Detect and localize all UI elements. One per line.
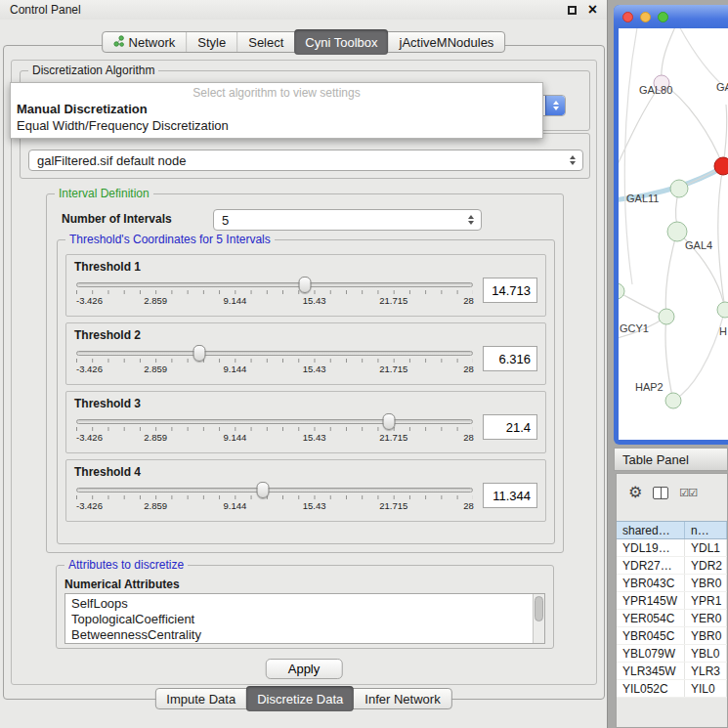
slider-thumb[interactable] [193, 345, 206, 362]
node-label: GAL80 [639, 84, 672, 96]
tab-discretize-data[interactable]: Discretize Data [246, 686, 354, 711]
table-row[interactable]: YER054CYER0 [617, 610, 727, 627]
network-node[interactable] [717, 302, 728, 318]
combo-arrows-icon[interactable] [461, 215, 481, 225]
slider-thumb[interactable] [383, 413, 396, 430]
table-row[interactable]: YLR345WYLR3 [617, 663, 727, 680]
threshold-value-input[interactable] [483, 346, 537, 371]
attributes-scrollbar[interactable] [533, 594, 544, 643]
slider-ticks-icon [76, 495, 473, 499]
table-cell: YER0 [685, 610, 727, 626]
network-edge [673, 310, 725, 401]
attribute-item[interactable]: TopologicalCoefficient [71, 612, 529, 627]
threshold-slider[interactable]: -3.4262.8599.14415.4321.71528 [76, 481, 473, 516]
panel-title: Control Panel [10, 3, 568, 17]
column-header-shared-name[interactable]: shared… [617, 522, 685, 538]
gear-icon[interactable]: ⚙ [628, 485, 642, 500]
table-row[interactable]: YDR27…YDR2 [617, 557, 727, 575]
scrollbar-thumb[interactable] [535, 596, 543, 621]
zoom-traffic-light-icon[interactable] [658, 12, 668, 22]
table-row[interactable]: YBR043CYBR0 [617, 575, 727, 592]
threshold-slider[interactable]: -3.4262.8599.14415.4321.71528 [76, 276, 473, 311]
tab-cyni-toolbox[interactable]: Cyni Toolbox [294, 29, 388, 55]
threshold-value-input[interactable] [483, 483, 537, 508]
threshold-slider[interactable]: -3.4262.8599.14415.4321.71528 [76, 344, 473, 379]
threshold-box-4: Threshold 4-3.4262.8599.14415.4321.71528 [65, 459, 546, 522]
table-panel-title: Table Panel [622, 452, 689, 467]
tab-impute-data[interactable]: Impute Data [155, 689, 246, 708]
close-icon[interactable]: × [588, 4, 597, 16]
network-canvas[interactable]: GAL80GAGAL11GAL4GCY1HHAP2 [619, 28, 728, 440]
tick-label: 2.859 [144, 364, 167, 374]
table-cell: YBR043C [617, 575, 685, 591]
tab-jactivemnodules[interactable]: jActiveMNodules [389, 32, 505, 52]
tick-label: 15.43 [303, 295, 326, 306]
threshold-slider[interactable]: -3.4262.8599.14415.4321.71528 [76, 412, 473, 448]
combo-value: galFiltered.sif default node [37, 153, 563, 168]
network-edge [665, 317, 673, 401]
table-row[interactable]: YDL19…YDL1 [617, 539, 727, 557]
tick-label: 9.144 [224, 500, 247, 511]
network-node[interactable] [670, 180, 688, 197]
slider-track[interactable] [76, 419, 473, 424]
network-node[interactable] [714, 157, 728, 175]
float-window-icon[interactable] [568, 6, 577, 15]
columns-icon[interactable] [653, 487, 668, 499]
threshold-value-input[interactable] [483, 414, 537, 440]
tab-infer-network[interactable]: Infer Network [354, 689, 450, 708]
slider-track[interactable] [76, 351, 473, 356]
table-cell: YDR2 [685, 557, 727, 574]
attribute-item[interactable]: BetweennessCentrality [71, 627, 529, 643]
tab-label: Style [197, 35, 226, 50]
table-row[interactable]: YPR145WYPR1 [617, 592, 727, 610]
column-header-name[interactable]: n… [685, 522, 727, 538]
tab-network[interactable]: Network [103, 32, 187, 52]
slider-tick-labels: -3.4262.8599.14415.4321.71528 [76, 364, 473, 375]
table-row[interactable]: YBR045CYBR0 [617, 627, 727, 645]
slider-track[interactable] [76, 488, 473, 492]
tab-select[interactable]: Select [236, 32, 294, 52]
table-cell: YBL0 [685, 645, 727, 662]
table-panel-toolbar: ⚙ ☑☑ [617, 474, 727, 503]
slider-thumb[interactable] [299, 277, 312, 293]
table-data-combo[interactable]: galFiltered.sif default node [28, 150, 583, 171]
threshold-row: -3.4262.8599.14415.4321.71528 [66, 410, 545, 448]
apply-button[interactable]: Apply [266, 659, 343, 679]
attribute-item[interactable]: SelfLoops [71, 596, 529, 612]
number-of-intervals-combo[interactable]: 5 [213, 209, 482, 231]
node-label: HAP2 [635, 381, 664, 393]
tab-label: Infer Network [364, 692, 440, 707]
tick-label: 2.859 [144, 295, 167, 306]
threshold-box-1: Threshold 1-3.4262.8599.14415.4321.71528 [65, 254, 546, 317]
threshold-label: Threshold 1 [66, 255, 545, 274]
algorithm-option[interactable]: Manual Discretization [11, 101, 542, 117]
checkbox-icons[interactable]: ☑☑ [679, 487, 697, 499]
minimize-traffic-light-icon[interactable] [640, 12, 651, 22]
table-cell: YDL19… [617, 539, 685, 556]
network-node[interactable] [659, 309, 674, 324]
network-titlebar[interactable] [614, 5, 728, 28]
group-title: Attributes to discretize [64, 558, 188, 572]
numerical-attributes-list[interactable]: SelfLoopsTopologicalCoefficientBetweenne… [64, 593, 545, 644]
tab-style[interactable]: Style [186, 32, 236, 52]
threshold-value-input[interactable] [483, 278, 537, 303]
screen: Control Panel × NetworkStyleSelectCyni T… [0, 0, 728, 728]
combo-arrows-icon[interactable] [545, 96, 565, 115]
table-row[interactable]: YBL079WYBL0 [617, 645, 727, 663]
tick-label: -3.426 [76, 364, 103, 374]
table-row[interactable]: YIL052CYIL0 [617, 680, 727, 698]
network-node[interactable] [667, 222, 687, 241]
close-traffic-light-icon[interactable] [622, 12, 633, 22]
network-icon [113, 35, 124, 50]
slider-thumb[interactable] [256, 482, 269, 498]
threshold-row: -3.4262.8599.14415.4321.71528 [66, 479, 545, 516]
network-node[interactable] [619, 283, 624, 299]
combo-arrows-icon[interactable] [563, 155, 582, 165]
tick-label: 15.43 [303, 432, 326, 443]
slider-tick-labels: -3.4262.8599.14415.4321.71528 [76, 500, 473, 512]
algorithm-option[interactable]: Equal Width/Frequency Discretization [11, 117, 542, 134]
table-rows: YDL19…YDL1YDR27…YDR2YBR043CYBR0YPR145WYP… [617, 539, 727, 698]
slider-track[interactable] [76, 282, 473, 287]
network-canvas-svg[interactable]: GAL80GAGAL11GAL4GCY1HHAP2 [619, 28, 728, 440]
network-node[interactable] [665, 393, 681, 408]
